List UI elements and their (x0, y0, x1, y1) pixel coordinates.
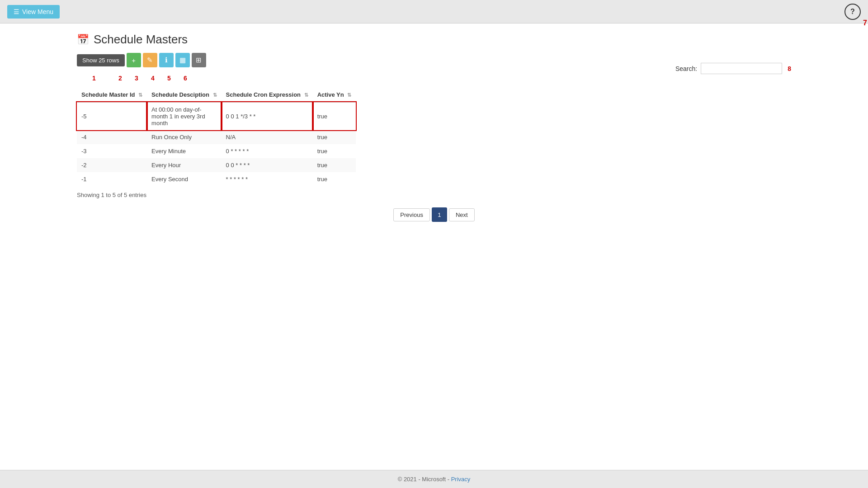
table-row[interactable]: -4Run Once OnlyN/Atrue (77, 130, 356, 144)
previous-button[interactable]: Previous (393, 208, 430, 221)
cell-desc: Every Second (147, 172, 222, 186)
cell-id: -1 (77, 172, 147, 186)
sort-icon-active: ⇅ (347, 92, 351, 98)
cell-desc: Run Once Only (147, 130, 222, 144)
top-bar: ☰ View Menu ? 7 (0, 0, 868, 23)
annot-6: 6 (178, 75, 193, 82)
annot-2: 2 (113, 75, 127, 82)
annot-4: 4 (146, 75, 160, 82)
help-area: ? 7 (844, 4, 861, 20)
cell-id: -3 (77, 144, 147, 158)
annot-3: 3 (129, 75, 144, 82)
main-content: 📅 Schedule Masters Show 25 rows + ✎ ℹ ▦ … (0, 23, 868, 470)
sort-icon-desc: ⇅ (213, 92, 217, 98)
col-header-cron[interactable]: Schedule Cron Expression ⇅ (222, 88, 313, 102)
cell-active: true (313, 144, 356, 158)
add-button[interactable]: + (127, 53, 141, 67)
showing-text: Showing 1 to 5 of 5 entries (77, 192, 791, 198)
cell-cron: 0 0 1 */3 * * (222, 102, 313, 130)
annot-5: 5 (162, 75, 176, 82)
page-title-area: 📅 Schedule Masters (77, 33, 791, 47)
info-button[interactable]: ℹ (159, 53, 174, 67)
cell-desc: Every Hour (147, 158, 222, 172)
page-title: Schedule Masters (94, 33, 188, 47)
col-header-active[interactable]: Active Yn ⇅ (313, 88, 356, 102)
view-menu-label: View Menu (22, 8, 53, 15)
toolbar: Show 25 rows + ✎ ℹ ▦ ⊞ (77, 53, 791, 67)
cell-id: -5 (77, 102, 147, 130)
sort-icon-cron: ⇅ (304, 92, 308, 98)
col-header-id[interactable]: Schedule Master Id ⇅ (77, 88, 147, 102)
table-row[interactable]: -3Every Minute0 * * * * *true (77, 144, 356, 158)
show-rows-button[interactable]: Show 25 rows (77, 54, 125, 66)
cell-active: true (313, 102, 356, 130)
cell-cron: 0 0 * * * * (222, 158, 313, 172)
footer: © 2021 - Microsoft - Privacy (0, 470, 868, 488)
edit-button[interactable]: ✎ (143, 53, 157, 67)
table-header: Schedule Master Id ⇅ Schedule Desciption… (77, 88, 356, 102)
annotation-row: 1 2 3 4 5 6 (77, 75, 791, 82)
question-mark-icon: ? (850, 8, 855, 16)
cell-cron: * * * * * * (222, 172, 313, 186)
page-1-button[interactable]: 1 (432, 207, 447, 222)
grid-button[interactable]: ⊞ (192, 53, 206, 67)
calendar-button[interactable]: ▦ (175, 53, 190, 67)
cell-cron: 0 * * * * * (222, 144, 313, 158)
calendar-icon: 📅 (77, 34, 89, 46)
table-row[interactable]: -2Every Hour0 0 * * * *true (77, 158, 356, 172)
menu-lines-icon: ☰ (14, 8, 19, 15)
help-button[interactable]: ? (844, 4, 861, 20)
cell-desc: Every Minute (147, 144, 222, 158)
next-button[interactable]: Next (449, 208, 475, 221)
privacy-link[interactable]: Privacy (451, 476, 471, 483)
sort-icon-id: ⇅ (138, 92, 142, 98)
annot-1: 1 (77, 75, 111, 82)
cell-active: true (313, 172, 356, 186)
table-row[interactable]: -5At 00:00 on day-of-month 1 in every 3r… (77, 102, 356, 130)
col-header-desc[interactable]: Schedule Desciption ⇅ (147, 88, 222, 102)
cell-desc: At 00:00 on day-of-month 1 in every 3rd … (147, 102, 222, 130)
cell-id: -4 (77, 130, 147, 144)
pagination: Previous 1 Next (77, 207, 791, 222)
help-annotation: 7 (863, 19, 867, 27)
footer-text: © 2021 - Microsoft - (398, 476, 451, 483)
view-menu-button[interactable]: ☰ View Menu (7, 5, 60, 19)
cell-id: -2 (77, 158, 147, 172)
table-body: -5At 00:00 on day-of-month 1 in every 3r… (77, 102, 356, 186)
data-table: Schedule Master Id ⇅ Schedule Desciption… (77, 88, 356, 186)
table-row[interactable]: -1Every Second* * * * * *true (77, 172, 356, 186)
cell-active: true (313, 130, 356, 144)
cell-cron: N/A (222, 130, 313, 144)
cell-active: true (313, 158, 356, 172)
